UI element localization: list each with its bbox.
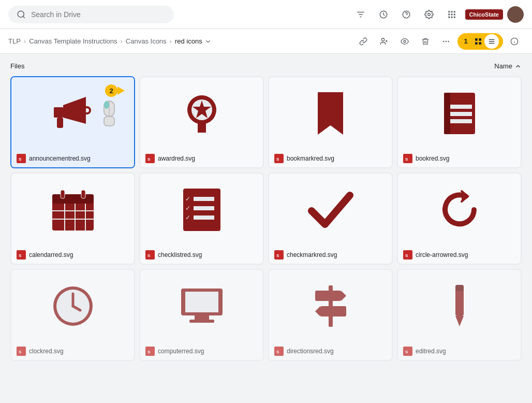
svg-type-icon-award: S bbox=[145, 154, 155, 163]
share-link-button[interactable] bbox=[354, 32, 373, 51]
svg-text:S: S bbox=[19, 350, 22, 354]
breadcrumb-current[interactable]: red icons bbox=[175, 37, 212, 45]
svg-rect-2 bbox=[357, 11, 364, 12]
svg-text:S: S bbox=[276, 157, 279, 162]
file-name-row-checklist: S checklistred.svg bbox=[140, 246, 263, 264]
svg-type-icon: S bbox=[17, 154, 26, 163]
svg-rect-13 bbox=[451, 13, 452, 15]
files-header: Files Name bbox=[10, 62, 522, 70]
svg-text:S: S bbox=[405, 157, 408, 162]
file-preview-monitor bbox=[140, 270, 263, 342]
svg-rect-64 bbox=[81, 190, 85, 198]
file-card-bookmark[interactable]: S bookmarkred.svg bbox=[268, 76, 393, 168]
grid-icon bbox=[474, 37, 482, 46]
file-card-signpost[interactable]: S directionsred.svg bbox=[268, 269, 393, 361]
svg-text:S: S bbox=[405, 253, 408, 258]
breadcrumb-current-label: red icons bbox=[175, 37, 202, 45]
svg-rect-31 bbox=[489, 42, 495, 43]
svg-rect-84 bbox=[189, 320, 214, 323]
user-avatar[interactable] bbox=[507, 6, 524, 23]
svg-rect-12 bbox=[448, 13, 450, 15]
checklist-svg-icon: ✓ ✓ ✓ bbox=[181, 186, 223, 233]
sort-label[interactable]: Name bbox=[494, 62, 522, 70]
svg-text:S: S bbox=[276, 253, 279, 258]
chevron-down-icon bbox=[204, 38, 212, 45]
svg-rect-63 bbox=[61, 190, 65, 198]
svg-rect-17 bbox=[453, 16, 455, 18]
breadcrumb-canvas-icons[interactable]: Canvas Icons bbox=[126, 37, 167, 45]
chico-state-logo[interactable]: ChicoState bbox=[465, 9, 503, 20]
svg-rect-94 bbox=[455, 285, 464, 291]
info-button[interactable] bbox=[505, 32, 524, 51]
breadcrumb-canvas-template[interactable]: Canvas Template Instructions bbox=[29, 37, 117, 45]
file-preview-checkmark bbox=[269, 174, 392, 246]
file-card-award[interactable]: S awardred.svg bbox=[139, 76, 264, 168]
svg-rect-54 bbox=[444, 93, 450, 134]
svg-type-icon-bookmark: S bbox=[274, 154, 284, 163]
settings-button[interactable] bbox=[420, 5, 438, 24]
book-svg-icon bbox=[439, 90, 480, 137]
svg-marker-36 bbox=[63, 97, 86, 124]
search-input[interactable] bbox=[31, 10, 155, 19]
svg-point-8 bbox=[427, 13, 430, 16]
svg-rect-69 bbox=[194, 215, 214, 220]
bookmark-svg-icon bbox=[314, 90, 347, 137]
more-options-button[interactable] bbox=[437, 32, 455, 51]
search-icon bbox=[17, 10, 26, 19]
more-icon bbox=[442, 37, 450, 46]
file-name-checkmark: checkmarkred.svg bbox=[287, 251, 337, 258]
file-name-row-announcement: S announcementred.svg bbox=[11, 150, 134, 167]
history-button[interactable] bbox=[374, 5, 393, 24]
breadcrumb-sep-1: › bbox=[24, 37, 26, 45]
file-card-monitor[interactable]: S computerred.svg bbox=[139, 269, 264, 361]
file-card-clock[interactable]: S clockred.svg bbox=[10, 269, 135, 361]
file-card-book[interactable]: S bookred.svg bbox=[397, 76, 522, 168]
pointer-badge: 2 bbox=[105, 84, 125, 97]
files-label: Files bbox=[10, 62, 24, 70]
file-preview-bookmark bbox=[269, 77, 392, 150]
file-card-checklist[interactable]: ✓ ✓ ✓ S checklistred.svg bbox=[139, 172, 264, 265]
file-name-row-bookmark: S bookmarkred.svg bbox=[269, 150, 392, 167]
file-card-announcement[interactable]: 2 S bbox=[10, 76, 135, 168]
svg-rect-9 bbox=[448, 11, 450, 12]
breadcrumb-tlp[interactable]: TLP bbox=[8, 37, 21, 45]
file-name-book: bookred.svg bbox=[416, 155, 449, 162]
add-person-button[interactable] bbox=[375, 32, 393, 51]
filters-button[interactable] bbox=[351, 5, 370, 24]
help-button[interactable] bbox=[397, 5, 416, 24]
svg-rect-30 bbox=[489, 41, 495, 41]
apps-button[interactable] bbox=[442, 5, 461, 24]
file-card-calendar[interactable]: S calendarred.svg bbox=[10, 172, 135, 265]
file-name-monitor: computerred.svg bbox=[158, 348, 204, 355]
svg-point-18 bbox=[381, 38, 384, 41]
file-name-row-pencil: S editred.svg bbox=[398, 342, 521, 360]
sort-arrow-icon bbox=[514, 63, 522, 70]
delete-button[interactable] bbox=[416, 32, 435, 51]
file-name-announcement: announcementred.svg bbox=[29, 155, 91, 162]
file-card-circle-arrow[interactable]: S circle-arrowred.svg bbox=[397, 172, 522, 265]
breadcrumb-actions: 1 bbox=[354, 32, 524, 51]
svg-type-icon-book: S bbox=[403, 154, 412, 163]
file-preview-award bbox=[140, 77, 263, 150]
file-preview-checklist: ✓ ✓ ✓ bbox=[140, 174, 263, 246]
history-icon bbox=[379, 10, 388, 19]
file-card-checkmark[interactable]: S checkmarkred.svg bbox=[268, 172, 393, 265]
file-name-row-monitor: S computerred.svg bbox=[140, 342, 263, 360]
file-card-pencil[interactable]: S editred.svg bbox=[397, 269, 522, 361]
svg-rect-16 bbox=[451, 16, 452, 18]
file-preview-pencil bbox=[398, 270, 521, 342]
preview-button[interactable] bbox=[395, 32, 414, 51]
clock-svg-icon bbox=[50, 283, 96, 329]
svg-rect-41 bbox=[104, 101, 109, 109]
svg-point-23 bbox=[446, 40, 447, 42]
svg-rect-68 bbox=[194, 206, 214, 210]
file-name-row-checkmark: S checkmarkred.svg bbox=[269, 246, 392, 264]
file-preview-announcement: 2 bbox=[11, 77, 134, 150]
view-toggle[interactable]: 1 bbox=[457, 33, 503, 50]
view-toggle-number: 1 bbox=[460, 35, 472, 48]
svg-marker-88 bbox=[341, 291, 346, 301]
header-icons: ChicoState bbox=[351, 5, 524, 24]
file-grid: 2 S bbox=[10, 76, 522, 361]
svg-point-22 bbox=[443, 40, 445, 42]
search-bar[interactable] bbox=[8, 6, 174, 23]
